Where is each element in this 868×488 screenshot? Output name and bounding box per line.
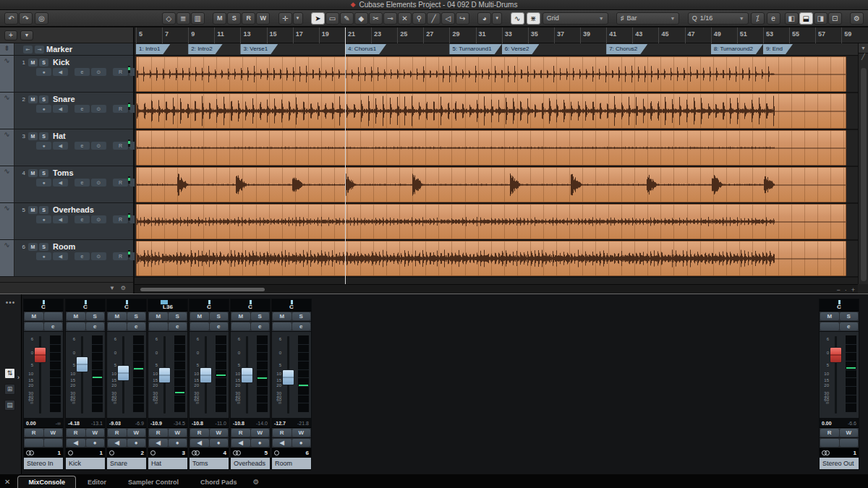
monitor-button[interactable]: ◀ xyxy=(53,105,68,113)
rail-expand-arrow[interactable]: › xyxy=(17,374,20,381)
channel-record-button[interactable]: ● xyxy=(127,439,146,447)
read-automation-button[interactable]: R xyxy=(67,429,85,437)
pan-control[interactable]: C xyxy=(24,299,63,312)
fader-handle[interactable] xyxy=(241,367,253,383)
track-mute-button[interactable]: M xyxy=(28,206,38,214)
left-zone-toggle[interactable]: ◧ xyxy=(785,12,799,25)
color-tool[interactable]: ↪ xyxy=(456,12,469,25)
zoom-tool[interactable]: ⚲ xyxy=(412,12,426,25)
pan-control[interactable]: C xyxy=(107,299,146,312)
mixer-channel-stereo-in[interactable]: CMe605101520304060∞0.00-∞RW1Stereo In xyxy=(23,299,64,470)
edit-channel-button[interactable]: e xyxy=(75,142,90,150)
channel-edit-button[interactable]: e xyxy=(210,322,229,330)
quantize-panel-button[interactable]: e xyxy=(767,12,780,25)
channel-listen-button[interactable] xyxy=(25,322,43,330)
split-tool[interactable]: ✂ xyxy=(369,12,383,25)
channel-name-label[interactable]: Snare xyxy=(107,458,146,469)
automation-s-button[interactable]: S xyxy=(227,12,241,25)
monitor-button[interactable]: ◀ xyxy=(53,215,68,223)
read-automation-button[interactable]: R xyxy=(149,429,168,437)
record-enable-button[interactable]: ● xyxy=(36,105,51,113)
channel-strip-button[interactable]: ▥ xyxy=(191,12,205,25)
marker-flag-turnaround2[interactable]: 8: Turnaround2 xyxy=(711,44,763,54)
fade-menu-button[interactable]: ◕ xyxy=(477,12,491,25)
audio-event-snare[interactable] xyxy=(136,93,846,129)
channel-solo-button[interactable]: S xyxy=(251,312,270,320)
monitor-button[interactable]: ◀ xyxy=(53,142,68,150)
tab-mixconsole[interactable]: MixConsole xyxy=(17,476,76,488)
channel-record-button[interactable] xyxy=(840,439,859,447)
vertical-scrollbar[interactable]: ▼ ╱ xyxy=(858,43,868,284)
channel-monitor-button[interactable]: ◀ xyxy=(190,439,209,447)
channel-record-button[interactable]: ● xyxy=(169,439,187,447)
record-enable-button[interactable]: ● xyxy=(36,215,51,223)
channel-edit-button[interactable]: e xyxy=(127,322,146,330)
channel-name-label[interactable]: Toms xyxy=(190,458,229,469)
redo-button[interactable]: ↷ xyxy=(19,12,33,25)
tab-sampler-control[interactable]: Sampler Control xyxy=(118,476,189,488)
channel-name-label[interactable]: Room xyxy=(272,458,311,469)
marker-flag-end[interactable]: 9: End xyxy=(763,44,793,54)
marker-flag-chorus2[interactable]: 7: Chorus2 xyxy=(606,44,647,54)
write-automation-button[interactable]: W xyxy=(251,429,270,437)
channel-solo-button[interactable]: S xyxy=(840,312,859,320)
track-solo-button[interactable]: S xyxy=(39,243,48,251)
freeze-button[interactable]: ⊙ xyxy=(91,105,106,113)
snap-type-dropdown[interactable]: Grid ▼ xyxy=(542,12,608,25)
automation-w-button[interactable]: W xyxy=(256,12,270,25)
write-automation-button[interactable]: W xyxy=(127,429,146,437)
channel-listen-button[interactable] xyxy=(190,322,209,330)
read-automation-button[interactable]: R xyxy=(113,252,128,260)
freeze-button[interactable]: ⊙ xyxy=(91,142,106,150)
track-row-room[interactable]: ∿6MSRoom●◀e⊙RW xyxy=(0,240,133,277)
channel-edit-button[interactable]: e xyxy=(840,322,859,330)
zone-setup[interactable]: ⊡ xyxy=(828,12,842,25)
read-automation-button[interactable]: R xyxy=(273,429,292,437)
edit-channel-button[interactable]: e xyxy=(75,105,90,113)
grid-type-dropdown[interactable]: ♯ Bar ▼ xyxy=(616,12,679,25)
write-automation-button[interactable]: W xyxy=(210,429,229,437)
audio-event-kick[interactable] xyxy=(136,56,846,92)
record-enable-button[interactable]: ● xyxy=(36,142,51,150)
track-row-hat[interactable]: ∿3MSHat●◀e⊙RW xyxy=(0,129,133,166)
channel-edit-button[interactable]: e xyxy=(86,322,105,330)
channel-name-label[interactable]: Stereo In xyxy=(24,458,63,469)
write-automation-button[interactable]: W xyxy=(292,429,311,437)
project-cursor[interactable] xyxy=(345,27,346,284)
track-mute-button[interactable]: M xyxy=(28,132,38,140)
marker-flag-chorus1[interactable]: 4: Chorus1 xyxy=(345,44,386,54)
track-row-kick[interactable]: ∿1MSKick●◀e⊙RW xyxy=(0,56,133,93)
right-zone-toggle[interactable]: ◨ xyxy=(814,12,827,25)
ruler-options-caret[interactable]: ▼ xyxy=(859,43,868,53)
mixer-channel-room[interactable]: CMSe605101520304060∞-12.7-21.8RW◀●6Room xyxy=(271,299,312,470)
marker-flag-verse2[interactable]: 6: Verse2 xyxy=(502,44,540,54)
marker-flag-intro1[interactable]: 1: Intro1 xyxy=(136,44,170,54)
channel-mute-button[interactable]: M xyxy=(190,312,209,320)
channel-record-button[interactable]: ● xyxy=(210,439,229,447)
write-automation-button[interactable]: W xyxy=(840,429,859,437)
fader-handle[interactable] xyxy=(200,367,212,383)
mixer-channel-stereo-out[interactable]: CMSe605101520304060∞0.00-6.6RW1Stereo Ou… xyxy=(819,299,859,470)
freeze-button[interactable]: ⊙ xyxy=(91,252,106,260)
mixer-channel-toms[interactable]: CMSe605101520304060∞-10.8-11.0RW◀●4Toms xyxy=(189,299,229,470)
edit-channel-button[interactable]: e xyxy=(75,215,90,223)
meter-view[interactable]: ▤ xyxy=(4,400,15,411)
read-automation-button[interactable]: R xyxy=(190,429,209,437)
mixconsole-options-icon[interactable]: ••• xyxy=(0,299,21,307)
marker-track-row[interactable]: ⇟ ⇤ ⇥ Marker xyxy=(0,43,133,56)
track-mute-button[interactable]: M xyxy=(28,243,38,251)
read-automation-button[interactable]: R xyxy=(113,68,128,76)
read-automation-button[interactable]: R xyxy=(113,142,128,150)
channel-monitor-button[interactable] xyxy=(25,439,43,447)
marker-flag-verse1[interactable]: 3: Verse1 xyxy=(240,44,278,54)
edit-channel-button[interactable]: e xyxy=(75,68,90,76)
automation-r-button[interactable]: R xyxy=(242,12,255,25)
channel-monitor-button[interactable]: ◀ xyxy=(273,439,292,447)
channel-mute-button[interactable]: M xyxy=(820,312,839,320)
pan-control[interactable]: C xyxy=(231,299,270,312)
snap-toggle[interactable]: ⋇ xyxy=(527,12,540,25)
line-tool[interactable]: ╱ xyxy=(427,12,441,25)
fader-handle[interactable] xyxy=(830,347,842,363)
channel-record-button[interactable]: ● xyxy=(292,439,311,447)
quantize-dropdown[interactable]: Q 1/16 ▼ xyxy=(688,12,749,25)
